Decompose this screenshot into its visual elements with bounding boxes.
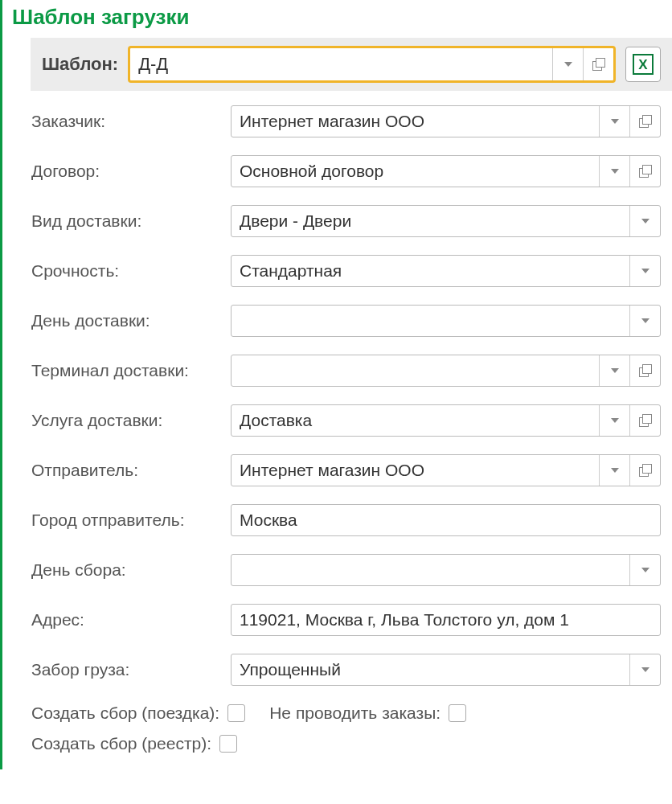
label-delivery-terminal: Терминал доставки: bbox=[31, 361, 231, 380]
template-popout-button[interactable] bbox=[583, 48, 613, 80]
row-delivery-terminal: Терминал доставки: bbox=[31, 355, 661, 387]
chevron-down-icon bbox=[611, 169, 619, 174]
contract-popout-button[interactable] bbox=[629, 156, 660, 187]
page-title: Шаблон загрузки bbox=[2, 0, 672, 38]
chevron-down-icon bbox=[641, 269, 649, 273]
label-no-post: Не проводить заказы: bbox=[269, 704, 440, 723]
popout-icon bbox=[592, 58, 605, 71]
label-delivery-day: День доставки: bbox=[31, 311, 231, 330]
pickup-day-value bbox=[232, 555, 629, 585]
customer-popout-button[interactable] bbox=[629, 106, 660, 137]
delivery-service-dropdown-button[interactable] bbox=[599, 405, 629, 436]
sender-dropdown-button[interactable] bbox=[599, 455, 629, 486]
chevron-down-icon bbox=[611, 418, 619, 423]
delivery-terminal-popout-button[interactable] bbox=[629, 355, 660, 386]
delivery-type-dropdown-button[interactable] bbox=[629, 206, 660, 236]
label-delivery-type: Вид доставки: bbox=[31, 211, 231, 231]
chevron-down-icon bbox=[611, 468, 619, 473]
label-pickup-type: Забор груза: bbox=[31, 660, 231, 679]
popout-icon bbox=[639, 165, 652, 178]
delivery-type-value: Двери - Двери bbox=[232, 206, 629, 236]
row-contract: Договор: Основной договор bbox=[31, 155, 661, 187]
popout-icon bbox=[639, 115, 652, 128]
label-pickup-day: День сбора: bbox=[31, 560, 231, 580]
checkbox-no-post[interactable] bbox=[449, 704, 466, 722]
row-pickup-day: День сбора: bbox=[31, 554, 661, 586]
row-sender-city: Город отправитель: bbox=[31, 504, 661, 536]
template-input[interactable] bbox=[130, 48, 552, 80]
form-rows: Заказчик: Интернет магазин ООО Договор: … bbox=[2, 91, 672, 769]
chevron-down-icon bbox=[641, 667, 649, 672]
delivery-day-dropdown-button[interactable] bbox=[629, 306, 660, 336]
row-urgency: Срочность: Стандартная bbox=[31, 255, 661, 287]
label-address: Адрес: bbox=[31, 610, 231, 630]
address-input[interactable] bbox=[231, 604, 661, 636]
template-label: Шаблон: bbox=[42, 54, 118, 75]
delivery-type-combo[interactable]: Двери - Двери bbox=[231, 205, 661, 237]
row-delivery-service: Услуга доставки: Доставка bbox=[31, 404, 661, 437]
form-container: Шаблон загрузки Шаблон: X Заказчик: Инте… bbox=[0, 0, 672, 769]
template-combo[interactable] bbox=[128, 46, 616, 83]
label-contract: Договор: bbox=[31, 162, 231, 181]
popout-icon bbox=[639, 464, 652, 477]
pickup-type-value: Упрощенный bbox=[232, 654, 629, 685]
label-create-trip: Создать сбор (поездка): bbox=[31, 704, 219, 723]
pickup-type-combo[interactable]: Упрощенный bbox=[231, 654, 661, 686]
contract-dropdown-button[interactable] bbox=[599, 156, 629, 187]
sender-popout-button[interactable] bbox=[629, 455, 660, 486]
template-dropdown-button[interactable] bbox=[552, 48, 583, 80]
delivery-service-value: Доставка bbox=[232, 405, 599, 436]
sender-value: Интернет магазин ООО bbox=[232, 455, 599, 486]
chevron-down-icon bbox=[564, 62, 572, 67]
chevron-down-icon bbox=[641, 318, 649, 323]
pickup-day-combo[interactable] bbox=[231, 554, 661, 586]
check-row-1: Создать сбор (поездка): Не проводить зак… bbox=[31, 704, 661, 723]
pickup-type-dropdown-button[interactable] bbox=[629, 654, 660, 685]
export-excel-button[interactable]: X bbox=[625, 47, 661, 82]
label-delivery-service: Услуга доставки: bbox=[31, 411, 231, 430]
sender-combo[interactable]: Интернет магазин ООО bbox=[231, 454, 661, 486]
label-customer: Заказчик: bbox=[31, 112, 231, 131]
row-delivery-day: День доставки: bbox=[31, 305, 661, 337]
excel-icon: X bbox=[633, 54, 654, 75]
popout-icon bbox=[639, 364, 652, 377]
row-customer: Заказчик: Интернет магазин ООО bbox=[31, 105, 661, 137]
contract-combo[interactable]: Основной договор bbox=[231, 155, 661, 187]
popout-icon bbox=[639, 414, 652, 427]
delivery-day-value bbox=[232, 306, 629, 336]
template-bar: Шаблон: X bbox=[31, 38, 672, 91]
label-sender: Отправитель: bbox=[31, 461, 231, 480]
row-address: Адрес: bbox=[31, 604, 661, 636]
urgency-dropdown-button[interactable] bbox=[629, 256, 660, 286]
delivery-terminal-dropdown-button[interactable] bbox=[599, 355, 629, 386]
customer-value: Интернет магазин ООО bbox=[232, 106, 599, 137]
row-pickup-type: Забор груза: Упрощенный bbox=[31, 654, 661, 686]
delivery-day-combo[interactable] bbox=[231, 305, 661, 337]
pickup-day-dropdown-button[interactable] bbox=[629, 555, 660, 585]
chevron-down-icon bbox=[611, 119, 619, 124]
delivery-service-popout-button[interactable] bbox=[629, 405, 660, 436]
row-delivery-type: Вид доставки: Двери - Двери bbox=[31, 205, 661, 237]
label-create-reg: Создать сбор (реестр): bbox=[31, 734, 211, 753]
chevron-down-icon bbox=[611, 368, 619, 373]
chevron-down-icon bbox=[641, 568, 649, 572]
row-sender: Отправитель: Интернет магазин ООО bbox=[31, 454, 661, 486]
chevron-down-icon bbox=[641, 219, 649, 224]
checkbox-create-trip[interactable] bbox=[227, 704, 245, 722]
label-urgency: Срочность: bbox=[31, 261, 231, 281]
customer-combo[interactable]: Интернет магазин ООО bbox=[231, 105, 661, 137]
customer-dropdown-button[interactable] bbox=[599, 106, 629, 137]
sender-city-input[interactable] bbox=[231, 504, 661, 536]
contract-value: Основной договор bbox=[232, 156, 599, 187]
check-row-2: Создать сбор (реестр): bbox=[31, 734, 661, 753]
delivery-terminal-combo[interactable] bbox=[231, 355, 661, 387]
urgency-value: Стандартная bbox=[232, 256, 629, 286]
label-sender-city: Город отправитель: bbox=[31, 511, 231, 530]
delivery-service-combo[interactable]: Доставка bbox=[231, 404, 661, 437]
delivery-terminal-value bbox=[232, 355, 599, 386]
checkbox-create-reg[interactable] bbox=[219, 735, 237, 753]
urgency-combo[interactable]: Стандартная bbox=[231, 255, 661, 287]
